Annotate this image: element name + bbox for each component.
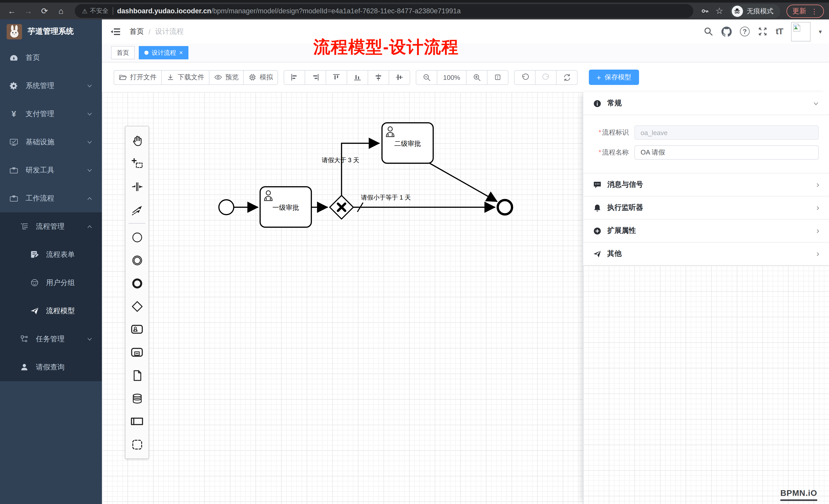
zoom-reset-button[interactable] xyxy=(487,70,508,85)
align-button-group xyxy=(284,70,410,85)
breadcrumb-separator: / xyxy=(148,27,150,36)
align-bottom-button[interactable] xyxy=(347,70,368,85)
bpmn-canvas[interactable]: 一级审批 xyxy=(102,92,583,504)
bpmn-palette xyxy=(125,126,149,459)
close-icon[interactable]: × xyxy=(179,50,183,56)
create-end-event[interactable] xyxy=(125,272,148,295)
required-mark: * xyxy=(599,128,601,136)
space-tool[interactable] xyxy=(125,175,148,198)
align-right-icon xyxy=(311,73,320,81)
sidebar-collapse-icon[interactable] xyxy=(111,26,121,37)
sidebar-item-process-model[interactable]: 流程模型 xyxy=(0,297,102,325)
create-group[interactable] xyxy=(125,433,148,456)
browser-actions: ☆ 无痕模式 更新 ⋮ xyxy=(701,4,824,18)
sidebar-item-home[interactable]: 首页 xyxy=(0,43,102,72)
browser-home-icon[interactable]: ⌂ xyxy=(54,5,68,17)
create-intermediate-event[interactable] xyxy=(125,249,148,272)
zoom-in-button[interactable] xyxy=(466,70,488,85)
sidebar-item-payment[interactable]: ¥ 支付管理 xyxy=(0,100,102,128)
create-gateway[interactable] xyxy=(125,295,148,318)
redo-button[interactable] xyxy=(535,70,556,85)
browser-reload-icon[interactable]: ⟳ xyxy=(38,5,51,17)
save-model-button[interactable]: + 保存模型 xyxy=(589,70,639,85)
tab-design-process[interactable]: 设计流程 × xyxy=(139,46,188,60)
sidebar-item-process-mgmt[interactable]: 流程管理 xyxy=(0,212,102,240)
sidebar-item-workflow[interactable]: 工作流程 xyxy=(0,184,102,212)
create-data-object[interactable] xyxy=(125,364,148,387)
browser-forward-icon[interactable]: → xyxy=(22,5,35,17)
info-icon xyxy=(593,99,602,108)
bpmn-end-event[interactable] xyxy=(498,200,512,215)
align-center-horizontal-button[interactable] xyxy=(368,70,389,85)
process-key-input[interactable] xyxy=(635,125,819,140)
zoom-out-button[interactable] xyxy=(416,70,437,85)
search-icon[interactable] xyxy=(704,27,713,36)
browser-menu-icon[interactable]: ⋮ xyxy=(811,7,818,15)
address-bar[interactable]: ⚠ 不安全 dashboard.yudao.iocoder.cn/bpm/man… xyxy=(75,4,693,18)
create-participant-pool[interactable] xyxy=(125,410,148,433)
open-file-button[interactable]: 打开文件 xyxy=(114,70,162,85)
undo-button[interactable] xyxy=(514,70,536,85)
bpmn-user-task-level2[interactable]: 二级审批 xyxy=(382,123,433,163)
chevron-right-icon: › xyxy=(817,226,819,236)
bookmark-star-icon[interactable]: ☆ xyxy=(716,6,723,16)
bpmn-start-event[interactable] xyxy=(219,200,234,215)
align-left-button[interactable] xyxy=(284,70,305,85)
sidebar-item-system[interactable]: 系统管理 xyxy=(0,72,102,100)
refresh-sync-icon xyxy=(563,73,571,82)
app-logo-row[interactable]: 芋道管理系统 xyxy=(0,20,102,43)
help-icon[interactable]: ? xyxy=(740,27,750,36)
bpmn-exclusive-gateway[interactable] xyxy=(330,195,353,219)
sidebar-item-process-form[interactable]: 流程表单 xyxy=(0,240,102,269)
section-execution-listener[interactable]: 执行监听器 › xyxy=(583,196,829,220)
flow-condition-label[interactable]: 请假小于等于 1 天 xyxy=(361,194,411,201)
preview-button[interactable]: 预览 xyxy=(209,70,244,85)
bpmn-io-watermark[interactable]: BPMN.iO xyxy=(780,489,817,501)
gear-icon xyxy=(9,81,19,90)
simulate-button[interactable]: 模拟 xyxy=(243,70,278,85)
chevron-down-icon xyxy=(86,139,93,145)
create-data-store[interactable] xyxy=(125,387,148,410)
section-other[interactable]: 其他 › xyxy=(583,242,829,266)
flow-condition-label[interactable]: 请假大于 3 天 xyxy=(322,157,359,163)
flow-task2-to-end[interactable] xyxy=(430,163,497,202)
browser-back-icon[interactable]: ← xyxy=(5,5,19,17)
section-extension-attrs[interactable]: 扩展属性 › xyxy=(583,220,829,242)
bpmn-user-task-level1[interactable]: 一级审批 xyxy=(260,187,311,227)
flow-gateway-to-task2[interactable] xyxy=(341,143,380,195)
fullscreen-icon[interactable] xyxy=(758,27,767,36)
avatar-caret-icon[interactable]: ▾ xyxy=(819,28,822,35)
browser-update-button[interactable]: 更新 ⋮ xyxy=(786,4,824,18)
section-message-signal[interactable]: 消息与信号 › xyxy=(583,173,829,196)
sidebar-item-task-mgmt[interactable]: 任务管理 xyxy=(0,325,102,353)
global-connect-tool[interactable] xyxy=(125,198,148,221)
hand-tool[interactable] xyxy=(125,129,148,152)
chevron-down-icon xyxy=(86,111,93,117)
github-icon[interactable] xyxy=(721,26,732,37)
lasso-tool[interactable] xyxy=(125,152,148,175)
breadcrumb-home[interactable]: 首页 xyxy=(130,27,144,36)
password-key-icon[interactable] xyxy=(701,7,710,15)
align-right-button[interactable] xyxy=(305,70,326,85)
avatar[interactable] xyxy=(791,22,810,41)
process-name-input[interactable] xyxy=(635,145,819,160)
font-size-icon[interactable]: tT xyxy=(776,26,783,37)
briefcase-icon xyxy=(9,194,19,203)
create-user-task[interactable] xyxy=(125,318,148,341)
align-top-button[interactable] xyxy=(326,70,347,85)
create-subprocess[interactable] xyxy=(125,341,148,364)
person-icon xyxy=(20,362,29,372)
create-start-event[interactable] xyxy=(125,226,148,249)
security-warning[interactable]: ⚠ 不安全 xyxy=(82,7,109,15)
align-center-vertical-button[interactable] xyxy=(389,70,410,85)
sidebar-item-user-group[interactable]: 用户分组 xyxy=(0,269,102,297)
bpmn-diagram: 一级审批 xyxy=(102,92,583,504)
section-general[interactable]: 常规 xyxy=(583,92,829,115)
sidebar-item-devtools[interactable]: 研发工具 xyxy=(0,156,102,184)
sidebar-item-infra[interactable]: 基础设施 xyxy=(0,128,102,156)
download-file-button[interactable]: 下载文件 xyxy=(161,70,209,85)
restart-button[interactable] xyxy=(556,70,578,85)
chevron-up-icon xyxy=(86,223,93,230)
tab-home[interactable]: 首页 xyxy=(111,46,135,60)
sidebar-item-leave-query[interactable]: 请假查询 xyxy=(0,353,102,381)
